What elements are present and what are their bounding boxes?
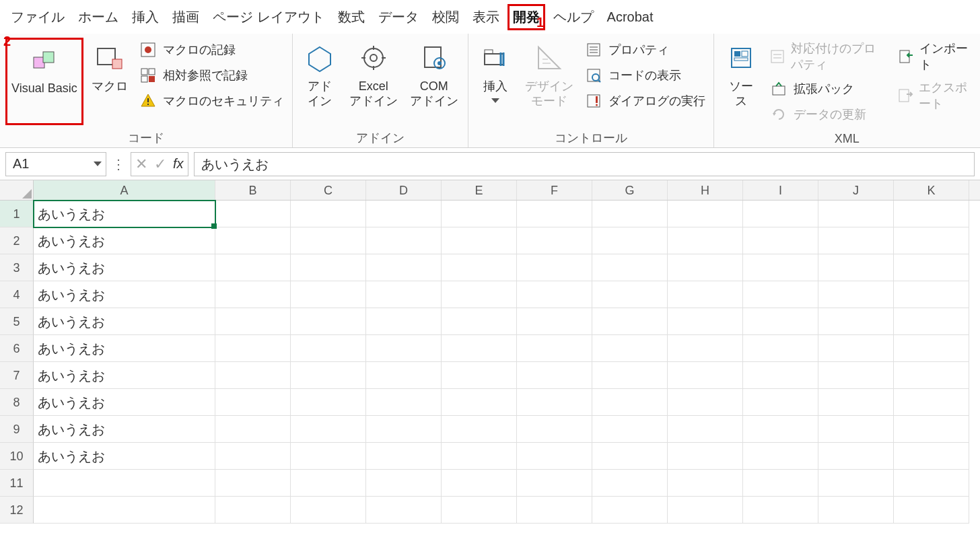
cell-B7[interactable] <box>215 362 291 389</box>
cell-E11[interactable] <box>442 470 517 497</box>
menu-page-layout[interactable]: ページ レイアウト <box>207 4 330 30</box>
cell-E8[interactable] <box>442 389 517 416</box>
formula-input[interactable]: あいうえお <box>194 152 975 176</box>
cell-B10[interactable] <box>215 443 291 470</box>
cell-G1[interactable] <box>592 201 668 227</box>
cell-D1[interactable] <box>366 201 442 227</box>
cell-A2[interactable]: あいうえお <box>34 227 215 254</box>
cell-B4[interactable] <box>215 281 291 308</box>
visual-basic-button[interactable]: Visual Basic <box>5 38 83 125</box>
cell-A12[interactable] <box>34 497 215 524</box>
cell-A7[interactable]: あいうえお <box>34 362 215 389</box>
view-code-button[interactable]: コードの表示 <box>582 65 708 86</box>
column-header-J[interactable]: J <box>818 180 894 200</box>
export-button[interactable]: エクスポート <box>895 78 975 113</box>
cell-F2[interactable] <box>517 227 592 254</box>
cell-E10[interactable] <box>442 443 517 470</box>
cell-K6[interactable] <box>894 335 969 362</box>
cell-J12[interactable] <box>818 497 894 524</box>
macros-button[interactable]: マクロ <box>88 38 132 125</box>
cell-H3[interactable] <box>668 254 743 281</box>
cell-J3[interactable] <box>818 254 894 281</box>
cell-K10[interactable] <box>894 443 969 470</box>
column-header-B[interactable]: B <box>215 180 291 200</box>
cell-J10[interactable] <box>818 443 894 470</box>
cell-H9[interactable] <box>668 416 743 443</box>
cell-A11[interactable] <box>34 470 215 497</box>
cell-J8[interactable] <box>818 389 894 416</box>
cell-B9[interactable] <box>215 416 291 443</box>
cell-C8[interactable] <box>291 389 366 416</box>
cell-I10[interactable] <box>743 443 818 470</box>
cell-G3[interactable] <box>592 254 668 281</box>
cell-J9[interactable] <box>818 416 894 443</box>
import-button[interactable]: インポート <box>895 39 975 74</box>
row-header-10[interactable]: 10 <box>0 443 34 470</box>
cell-C5[interactable] <box>291 308 366 335</box>
cell-D4[interactable] <box>366 281 442 308</box>
cell-D6[interactable] <box>366 335 442 362</box>
cell-D8[interactable] <box>366 389 442 416</box>
cell-J4[interactable] <box>818 281 894 308</box>
cell-G5[interactable] <box>592 308 668 335</box>
use-relative-references-button[interactable]: 相対参照で記録 <box>136 65 287 86</box>
row-header-4[interactable]: 4 <box>0 281 34 308</box>
cell-G12[interactable] <box>592 497 668 524</box>
select-all-corner[interactable] <box>0 180 34 200</box>
expansion-packs-button[interactable]: 拡張パック <box>767 78 884 100</box>
cell-F8[interactable] <box>517 389 592 416</box>
cell-D3[interactable] <box>366 254 442 281</box>
cancel-formula-icon[interactable]: ✕ <box>135 155 147 173</box>
cell-G8[interactable] <box>592 389 668 416</box>
cell-F1[interactable] <box>517 201 592 227</box>
excel-addins-button[interactable]: Excel アドイン <box>345 38 402 125</box>
menu-file[interactable]: ファイル <box>5 4 70 30</box>
cell-H1[interactable] <box>668 201 743 227</box>
cell-C4[interactable] <box>291 281 366 308</box>
cell-B5[interactable] <box>215 308 291 335</box>
cell-G4[interactable] <box>592 281 668 308</box>
design-mode-button[interactable]: デザイン モード <box>521 38 578 125</box>
cell-E12[interactable] <box>442 497 517 524</box>
cell-I12[interactable] <box>743 497 818 524</box>
cell-A5[interactable]: あいうえお <box>34 308 215 335</box>
menu-home[interactable]: ホーム <box>73 4 124 30</box>
cell-B2[interactable] <box>215 227 291 254</box>
row-header-8[interactable]: 8 <box>0 389 34 416</box>
row-header-1[interactable]: 1 <box>0 201 34 227</box>
column-header-E[interactable]: E <box>442 180 517 200</box>
cell-B3[interactable] <box>215 254 291 281</box>
cell-K1[interactable] <box>894 201 969 227</box>
row-header-3[interactable]: 3 <box>0 254 34 281</box>
cell-A1[interactable]: あいうえお <box>34 201 215 227</box>
cell-K7[interactable] <box>894 362 969 389</box>
menu-insert[interactable]: 挿入 <box>127 4 164 30</box>
cell-G7[interactable] <box>592 362 668 389</box>
cell-F10[interactable] <box>517 443 592 470</box>
column-header-C[interactable]: C <box>291 180 366 200</box>
cell-C7[interactable] <box>291 362 366 389</box>
cell-K2[interactable] <box>894 227 969 254</box>
cell-A9[interactable]: あいうえお <box>34 416 215 443</box>
macro-security-button[interactable]: マクロのセキュリティ <box>136 90 287 112</box>
cell-J2[interactable] <box>818 227 894 254</box>
run-dialog-button[interactable]: ダイアログの実行 <box>582 90 708 112</box>
cell-C9[interactable] <box>291 416 366 443</box>
cell-C2[interactable] <box>291 227 366 254</box>
cell-D2[interactable] <box>366 227 442 254</box>
cell-C3[interactable] <box>291 254 366 281</box>
cell-I11[interactable] <box>743 470 818 497</box>
cell-D11[interactable] <box>366 470 442 497</box>
cell-D10[interactable] <box>366 443 442 470</box>
cell-E5[interactable] <box>442 308 517 335</box>
cell-K9[interactable] <box>894 416 969 443</box>
cell-C1[interactable] <box>291 201 366 227</box>
cell-C11[interactable] <box>291 470 366 497</box>
cell-A3[interactable]: あいうえお <box>34 254 215 281</box>
column-header-K[interactable]: K <box>894 180 969 200</box>
cell-H4[interactable] <box>668 281 743 308</box>
cell-I5[interactable] <box>743 308 818 335</box>
menu-help[interactable]: ヘルプ <box>548 4 599 30</box>
cell-G6[interactable] <box>592 335 668 362</box>
cell-E6[interactable] <box>442 335 517 362</box>
